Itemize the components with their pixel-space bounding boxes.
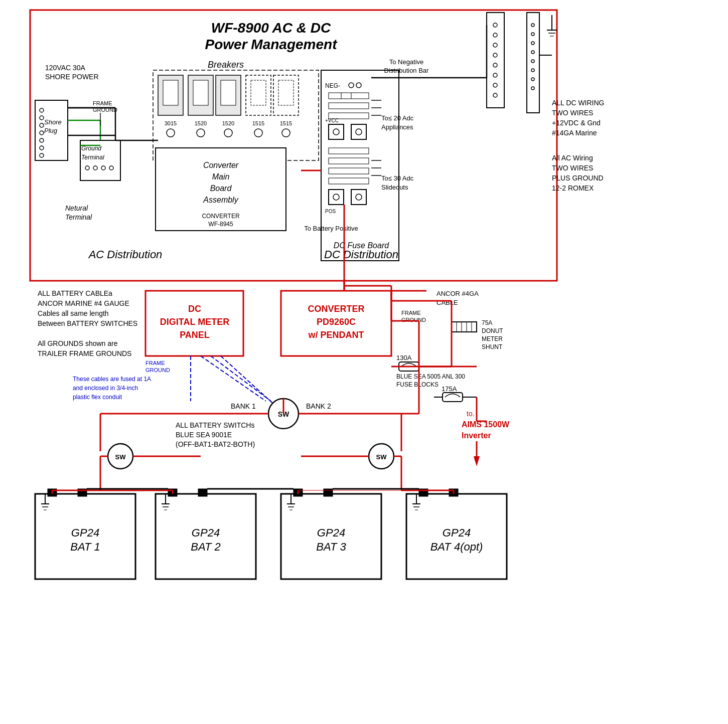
svg-text:BLUE SEA 9001E: BLUE SEA 9001E: [176, 431, 232, 439]
svg-text:Cables all same length: Cables all same length: [38, 309, 109, 317]
svg-text:FRAME: FRAME: [93, 100, 112, 106]
svg-text:To≤ 30 Adc: To≤ 30 Adc: [381, 174, 414, 182]
svg-text:1520: 1520: [222, 120, 234, 126]
svg-text:1520: 1520: [195, 120, 207, 126]
svg-text:Assembly: Assembly: [203, 196, 238, 204]
svg-text:BAT 2: BAT 2: [191, 540, 221, 553]
svg-text:DC Distribution: DC Distribution: [324, 248, 398, 261]
svg-text:+12VDC & Gnd: +12VDC & Gnd: [552, 119, 601, 127]
svg-rect-47: [278, 80, 294, 105]
svg-text:BAT 4(opt): BAT 4(opt): [430, 540, 483, 553]
svg-text:130A: 130A: [396, 354, 412, 361]
svg-rect-228: [198, 489, 207, 496]
svg-text:SW: SW: [376, 453, 387, 461]
svg-text:75A: 75A: [482, 319, 492, 326]
svg-text:NEG-: NEG-: [325, 82, 340, 89]
svg-text:Main: Main: [212, 172, 230, 181]
svg-text:PD9260C: PD9260C: [317, 317, 356, 327]
svg-text:3015: 3015: [165, 120, 177, 126]
svg-text:1515: 1515: [252, 120, 264, 126]
svg-text:CONVERTER: CONVERTER: [308, 304, 364, 314]
svg-text:BANK 1: BANK 1: [231, 402, 256, 410]
svg-text:GP24: GP24: [71, 526, 99, 539]
svg-text:Between BATTERY SWITCHES: Between BATTERY SWITCHES: [38, 319, 137, 327]
svg-text:1515: 1515: [280, 120, 292, 126]
svg-text:GP24: GP24: [317, 526, 345, 539]
svg-rect-35: [163, 80, 178, 105]
svg-text:BANK 2: BANK 2: [306, 402, 331, 410]
svg-text:GP24: GP24: [192, 526, 220, 539]
svg-text:DONUT: DONUT: [482, 327, 503, 334]
svg-text:WF-8900 AC & DC: WF-8900 AC & DC: [211, 20, 331, 36]
svg-text:to.: to.: [467, 410, 475, 418]
svg-text:+VCC: +VCC: [325, 118, 339, 123]
svg-rect-41: [221, 80, 236, 105]
svg-text:ALL DC WIRING: ALL DC WIRING: [552, 99, 605, 107]
svg-text:#14GA Marine: #14GA Marine: [552, 129, 597, 137]
svg-text:Slideouts: Slideouts: [381, 184, 408, 191]
svg-text:Distribution Bar: Distribution Bar: [384, 67, 429, 74]
diagram-container: WF-8900 AC & DC Power Management 120VAC …: [0, 0, 728, 724]
svg-text:DC Fuse Board: DC Fuse Board: [334, 241, 389, 250]
svg-rect-44: [251, 80, 266, 105]
svg-text:Netural: Netural: [65, 204, 88, 212]
svg-text:PLUS GROUND: PLUS GROUND: [552, 174, 604, 182]
svg-text:All GROUNDS shown are: All GROUNDS shown are: [38, 339, 118, 347]
svg-text:175A: 175A: [442, 385, 457, 393]
svg-text:DC: DC: [188, 304, 201, 314]
svg-text:ALL BATTERY CABLEa: ALL BATTERY CABLEa: [38, 289, 112, 297]
svg-text:Board: Board: [210, 184, 232, 193]
svg-text:TWO WIRES: TWO WIRES: [552, 109, 593, 117]
svg-text:GROUND: GROUND: [145, 367, 170, 373]
svg-text:CABLE: CABLE: [436, 299, 458, 306]
svg-text:Shore: Shore: [44, 118, 62, 126]
svg-text:PANEL: PANEL: [180, 330, 210, 340]
svg-text:SHUNT: SHUNT: [482, 343, 503, 350]
svg-text:AC Distribution: AC Distribution: [88, 248, 163, 261]
svg-text:12-2 ROMEX: 12-2 ROMEX: [552, 184, 594, 192]
svg-text:FUSE BLOCKS: FUSE BLOCKS: [396, 381, 439, 388]
svg-text:Terminal: Terminal: [81, 154, 104, 161]
svg-text:To Battery Positive: To Battery Positive: [304, 225, 358, 232]
svg-text:METER: METER: [482, 335, 503, 342]
svg-text:Converter: Converter: [203, 161, 239, 169]
svg-text:BLUE SEA 5005 ANL 300: BLUE SEA 5005 ANL 300: [396, 373, 465, 380]
svg-text:w/ PENDANT: w/ PENDANT: [308, 330, 364, 340]
svg-text:Appliances: Appliances: [381, 123, 413, 131]
svg-text:Breakers: Breakers: [208, 60, 244, 70]
svg-text:FRAME: FRAME: [401, 310, 421, 316]
svg-text:BAT 1: BAT 1: [70, 540, 100, 553]
svg-text:ANCOR #4GA: ANCOR #4GA: [436, 290, 479, 297]
svg-text:GP24: GP24: [443, 526, 471, 539]
svg-text:Inverter: Inverter: [462, 431, 491, 440]
svg-text:Plug: Plug: [44, 127, 58, 134]
svg-text:These cables are fused at 1A: These cables are fused at 1A: [73, 376, 151, 383]
svg-text:BAT 3: BAT 3: [316, 540, 346, 553]
svg-rect-171: [452, 322, 477, 332]
svg-text:FRAME: FRAME: [145, 360, 165, 366]
svg-text:Power Management: Power Management: [205, 37, 338, 52]
svg-text:(OFF-BAT1-BAT2-BOTH): (OFF-BAT1-BAT2-BOTH): [176, 440, 255, 448]
svg-text:SHORE POWER: SHORE POWER: [45, 73, 99, 81]
svg-text:GROUND: GROUND: [401, 317, 426, 323]
svg-text:POS: POS: [325, 209, 336, 214]
svg-text:Terminal: Terminal: [65, 213, 92, 221]
svg-rect-38: [193, 80, 208, 105]
svg-text:CONVERTER: CONVERTER: [202, 213, 239, 220]
svg-text:SW: SW: [115, 453, 126, 461]
svg-text:TRAILER FRAME GROUNDS: TRAILER FRAME GROUNDS: [38, 349, 131, 357]
svg-text:ANCOR MARINE #4 GAUGE: ANCOR MARINE #4 GAUGE: [38, 299, 129, 307]
svg-text:120VAC 30A: 120VAC 30A: [45, 64, 86, 72]
svg-text:and enclosed in 3/4-inch: and enclosed in 3/4-inch: [73, 385, 138, 392]
svg-text:plastic flex conduit: plastic flex conduit: [73, 394, 122, 401]
svg-rect-237: [324, 489, 333, 496]
svg-text:WF-8945: WF-8945: [208, 221, 233, 228]
svg-text:To≤ 20 Adc: To≤ 20 Adc: [381, 114, 414, 122]
svg-text:DIGITAL METER: DIGITAL METER: [160, 317, 229, 327]
svg-text:TWO WIRES: TWO WIRES: [552, 164, 593, 172]
svg-text:To Negative: To Negative: [389, 58, 424, 66]
svg-text:All AC Wiring: All AC Wiring: [552, 154, 593, 162]
svg-text:ALL BATTERY SWITCHs: ALL BATTERY SWITCHs: [176, 421, 254, 429]
